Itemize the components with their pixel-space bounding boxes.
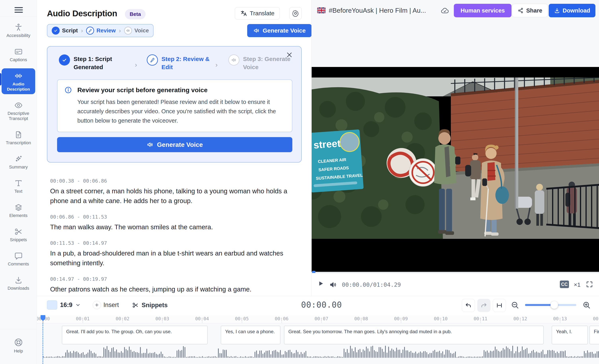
generate-voice-label: Generate Voice	[157, 141, 203, 148]
cue-text[interactable]: The man walks away. The woman smiles at …	[50, 222, 301, 232]
sidebar-item-audio-description[interactable]: Audio Description	[2, 68, 35, 94]
sidebar-item-summary[interactable]: Summary	[2, 151, 35, 172]
captions-toggle[interactable]: CC	[560, 280, 569, 288]
timeline-toolbar: 16:9 Insert Snippets 00:00.00	[37, 296, 599, 315]
download-label: Download	[563, 7, 590, 14]
timeline-subtitle-block[interactable]: Yeah, I.	[552, 326, 588, 344]
cue-text[interactable]: On a street corner, a man holds his phon…	[50, 186, 301, 206]
sidebar-item-help[interactable]: Help	[0, 338, 37, 354]
snippets-button[interactable]: Snippets	[132, 302, 168, 309]
sidebar-item-captions[interactable]: Captions	[2, 44, 35, 65]
sidebar-item-label: Descriptive Transcript	[2, 111, 35, 121]
redo-button[interactable]	[477, 299, 490, 312]
fit-timeline-button[interactable]	[493, 299, 506, 312]
beta-badge: Beta	[125, 9, 146, 19]
play-icon[interactable]	[317, 280, 324, 288]
menu-icon[interactable]	[13, 4, 24, 12]
timeline-subtitle-block[interactable]: Find	[590, 326, 599, 344]
ruler-label: 00:14	[593, 316, 599, 321]
cue-text[interactable]: In a pub, a broad-shouldered man in a bl…	[50, 248, 301, 268]
sidebar-item-label: Accessibility	[2, 33, 35, 38]
ruler-tick	[401, 321, 401, 323]
sidebar-item-accessibility[interactable]: Accessibility	[2, 20, 35, 41]
timeline-zoom-slider[interactable]	[525, 304, 576, 306]
aspect-label: 16:9	[60, 301, 72, 309]
banner-step-3: Step 3: GenerateVoice	[228, 54, 290, 71]
sidebar-item-label: Elements	[2, 213, 35, 218]
share-button[interactable]: Share	[512, 4, 548, 17]
script-cue[interactable]: 00:00.38 - 00:06.86On a street corner, a…	[50, 178, 301, 206]
sidebar-item-transcription[interactable]: Transcription	[2, 127, 35, 148]
lifebuoy-icon	[14, 338, 23, 347]
captions-icon	[14, 47, 23, 56]
timeline-ruler[interactable]: 00:0000:0100:0200:0300:0400:0500:0600:07…	[37, 315, 599, 323]
translate-button[interactable]: Translate	[235, 7, 280, 19]
banner-step-title-line2: Generated	[74, 64, 103, 70]
download-icon	[14, 276, 23, 285]
zoom-out-icon[interactable]	[511, 301, 520, 310]
settings-button[interactable]	[289, 7, 302, 19]
sidebar-item-elements[interactable]: Elements	[2, 200, 35, 220]
review-banner: Step 1: ScriptGenerated›Step 2: Review &…	[47, 46, 302, 162]
ruler-tick	[282, 321, 282, 323]
download-button[interactable]: Download	[549, 4, 595, 17]
chevron-right-icon: ›	[215, 61, 218, 68]
speaker-icon	[147, 141, 154, 148]
sidebar-item-label: Audio Description	[2, 81, 35, 92]
help-label: Help	[0, 348, 37, 354]
timeline-playhead[interactable]	[40, 315, 46, 323]
sidebar-item-text[interactable]: Text	[2, 176, 35, 196]
timeline: 16:9 Insert Snippets 00:00.00	[37, 296, 599, 364]
sidebar-item-downloads[interactable]: Downloads	[2, 273, 35, 293]
aspect-ratio-dropdown[interactable]: 16:9	[47, 300, 81, 310]
volume-icon[interactable]	[329, 280, 337, 288]
generate-voice-button-top[interactable]: Generate Voice	[247, 24, 312, 37]
playback-speed-button[interactable]: ×1	[574, 281, 581, 288]
cue-text[interactable]: Other patrons watch as he cheers, jumpin…	[50, 284, 301, 294]
insert-button[interactable]: Insert	[93, 301, 119, 309]
sidebar-item-snippets[interactable]: Snippets	[2, 224, 35, 245]
player-controls: 00:00.00/01:04.29 CC ×1	[312, 273, 599, 296]
timeline-subtitle-block[interactable]: Great. I'll add you to. The group. Oh, c…	[62, 326, 208, 344]
cue-end-time: 00:14.97	[83, 240, 107, 246]
sidebar-items: AccessibilityCaptionsAudio DescriptionDe…	[0, 20, 37, 297]
script-cue[interactable]: 00:06.86 - 00:11.53The man walks away. T…	[50, 214, 301, 232]
step-script-tab[interactable]: Script	[52, 27, 78, 34]
sidebar-item-comments[interactable]: Comments	[2, 248, 35, 269]
plus-icon	[93, 301, 101, 309]
script-cue[interactable]: 00:14.97 - 00:19.97Other patrons watch a…	[50, 276, 301, 294]
banner-step-title-line1: Step 2: Review &	[161, 56, 210, 62]
sidebar-item-label: Text	[2, 189, 35, 194]
undo-button[interactable]	[462, 299, 475, 312]
zoom-in-icon[interactable]	[582, 301, 591, 310]
accessibility-icon	[14, 23, 23, 32]
banner-step-1: Step 1: ScriptGenerated	[59, 54, 112, 71]
sidebar-item-label: Transcription	[2, 140, 35, 145]
cue-end-time: 00:19.97	[83, 276, 107, 282]
labels-button[interactable]: Human services	[454, 4, 511, 17]
timeline-subtitle-block[interactable]: Great. See you tomorrow. The man goes. L…	[284, 326, 544, 344]
snippets-label: Snippets	[141, 302, 168, 309]
ruler-tick	[441, 321, 441, 323]
script-cue[interactable]: 00:11.53 - 00:14.97In a pub, a broad-sho…	[50, 240, 301, 268]
timeline-subtitle-block[interactable]: Yes, I can use a phone.	[221, 326, 280, 344]
share-label: Share	[526, 7, 542, 14]
playhead-line	[43, 323, 43, 364]
sidebar-item-descriptive-transcript[interactable]: Descriptive Transcript	[2, 98, 35, 124]
zoom-slider-thumb[interactable]	[550, 301, 558, 309]
step-voice-tab[interactable]: Voice	[124, 27, 149, 34]
step-review-tab[interactable]: Review	[86, 27, 116, 34]
share-icon	[518, 7, 524, 14]
chevron-right-icon: ›	[135, 61, 137, 68]
banner-step-title-line2: Voice	[243, 64, 258, 70]
insert-label: Insert	[103, 301, 119, 309]
info-icon	[64, 86, 72, 94]
svg-text:street: street	[313, 138, 341, 151]
fullscreen-icon[interactable]	[586, 280, 593, 288]
generate-voice-button-main[interactable]: Generate Voice	[57, 137, 292, 152]
chevron-right-icon: ›	[119, 27, 121, 34]
info-body: Your script has been generated! Please r…	[77, 97, 285, 125]
video-stage[interactable]: CLEANER AIR street CLEANER AIR SAFER ROA…	[312, 67, 599, 272]
cue-time-separator: -	[77, 240, 80, 246]
eye-icon	[14, 101, 23, 110]
